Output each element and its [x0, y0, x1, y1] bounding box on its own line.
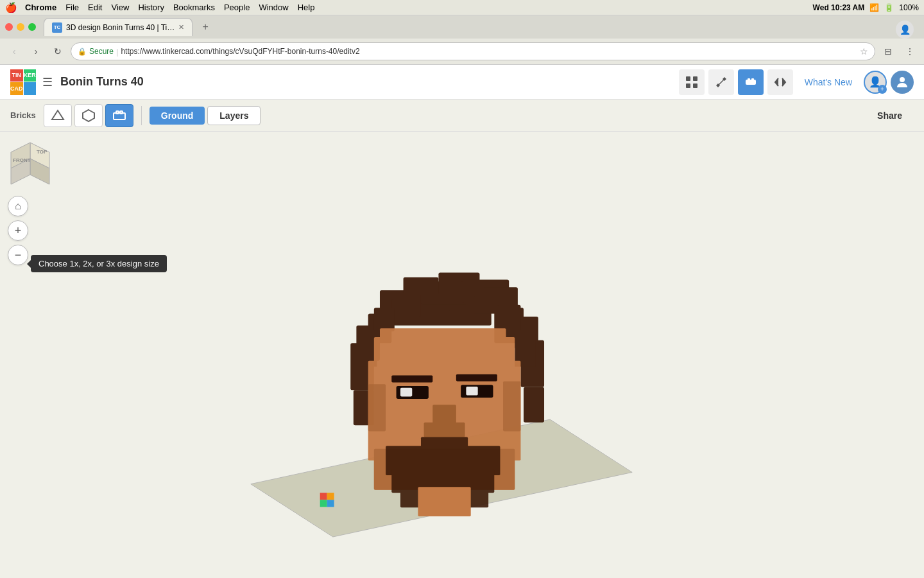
canvas-area[interactable]: TOP FRONT Choose 1x, 2x, or 3x design si… — [0, 132, 924, 578]
svg-rect-44 — [503, 381, 520, 432]
svg-rect-32 — [497, 305, 521, 331]
traffic-lights — [5, 23, 36, 31]
svg-point-7 — [900, 77, 905, 82]
secure-icon: 🔒 — [78, 48, 87, 56]
shape-btn-2[interactable] — [74, 104, 103, 127]
back-btn[interactable]: ‹ — [5, 42, 23, 60]
bookmark-icon[interactable]: ☆ — [860, 46, 868, 57]
svg-rect-57 — [418, 487, 470, 516]
tab-title: 3D design Bonin Turns 40 | Ti… — [66, 23, 175, 32]
toolbar-section-label: Bricks — [10, 110, 36, 120]
tab-close-btn[interactable]: ✕ — [178, 23, 184, 31]
design-title: Bonin Turns 40 — [60, 75, 144, 89]
svg-rect-60 — [320, 500, 327, 507]
tinkercad-logo[interactable]: TIN KER CAD — [10, 69, 36, 95]
logo-cad2 — [24, 82, 37, 95]
svg-rect-0 — [686, 76, 690, 81]
menu-view[interactable]: View — [111, 3, 129, 12]
user-profile-btn[interactable]: 👤 + — [864, 71, 887, 94]
browser-tab[interactable]: TC 3D design Bonin Turns 40 | Ti… ✕ — [44, 18, 193, 36]
shape-2-icon — [81, 108, 96, 123]
grid-view-btn[interactable] — [679, 69, 705, 95]
svg-rect-1 — [693, 76, 697, 81]
avatar-icon — [894, 74, 910, 90]
code-btn[interactable] — [767, 69, 793, 95]
new-tab-btn[interactable]: + — [195, 18, 216, 36]
wifi-icon: 📶 — [869, 3, 879, 12]
hamburger-menu-icon[interactable]: ☰ — [42, 75, 53, 89]
sidebar-toggle-btn[interactable]: ⊟ — [879, 42, 897, 60]
whats-new-btn[interactable]: What's New — [797, 73, 860, 91]
browser-profile-btn[interactable]: 👤 — [896, 21, 914, 39]
svg-rect-30 — [474, 296, 500, 313]
header-tools: What's New 👤 + — [679, 69, 914, 95]
url-text: https://www.tinkercad.com/things/cVsuQdF… — [121, 47, 857, 56]
svg-rect-45 — [391, 376, 432, 383]
secure-label: Secure — [89, 47, 114, 56]
menu-history[interactable]: History — [138, 3, 164, 12]
svg-rect-31 — [374, 308, 395, 331]
svg-rect-52 — [424, 423, 465, 437]
svg-rect-29 — [391, 299, 421, 317]
tools-icon — [715, 76, 728, 89]
svg-rect-59 — [327, 493, 334, 500]
3d-model-canvas — [0, 132, 924, 578]
nav-bar: ‹ › ↻ 🔒 Secure | https://www.tinkercad.c… — [0, 39, 924, 64]
minimize-window-btn[interactable] — [17, 23, 24, 31]
svg-rect-2 — [686, 83, 690, 88]
menu-people[interactable]: People — [224, 3, 250, 12]
app-header: TIN KER CAD ☰ Bonin Turns 40 — [0, 65, 924, 100]
svg-rect-46 — [456, 374, 497, 381]
close-window-btn[interactable] — [5, 23, 13, 31]
active-tool-btn[interactable] — [738, 69, 764, 95]
menu-bookmarks[interactable]: Bookmarks — [173, 3, 215, 12]
menu-help[interactable]: Help — [298, 3, 315, 12]
code-icon — [774, 76, 787, 89]
shape-btn-1[interactable] — [44, 104, 72, 127]
svg-rect-5 — [748, 78, 750, 80]
apple-menu[interactable]: 🍎 — [5, 2, 17, 13]
share-btn[interactable]: Share — [866, 107, 914, 125]
svg-rect-43 — [368, 384, 386, 431]
svg-rect-8 — [114, 113, 125, 119]
brick-icon — [744, 76, 757, 89]
svg-rect-4 — [746, 80, 756, 85]
menu-file[interactable]: File — [65, 3, 79, 12]
layers-btn[interactable]: Layers — [207, 106, 261, 125]
svg-rect-49 — [400, 388, 412, 397]
svg-rect-50 — [466, 387, 477, 396]
svg-rect-36 — [524, 387, 544, 423]
nav-bar-right: ⊟ ⋮ — [879, 42, 919, 60]
maximize-window-btn[interactable] — [28, 23, 36, 31]
user-avatar[interactable] — [891, 71, 914, 94]
svg-rect-23 — [404, 277, 439, 295]
menu-time: Wed 10:23 AM — [813, 3, 865, 12]
forward-btn[interactable]: › — [27, 42, 45, 60]
menu-bar-right: Wed 10:23 AM 📶 🔋 100% — [813, 3, 919, 12]
browser-menu-btn[interactable]: ⋮ — [901, 42, 919, 60]
svg-rect-3 — [693, 83, 697, 88]
tab-bar: TC 3D design Bonin Turns 40 | Ti… ✕ + 👤 — [0, 15, 924, 39]
logo-tin: TIN — [10, 69, 23, 82]
menu-edit[interactable]: Edit — [88, 3, 102, 12]
profile-add-icon: + — [878, 85, 887, 94]
refresh-btn[interactable]: ↻ — [49, 42, 67, 60]
address-bar[interactable]: 🔒 Secure | https://www.tinkercad.com/thi… — [71, 42, 875, 60]
browser-chrome: TC 3D design Bonin Turns 40 | Ti… ✕ + 👤 … — [0, 15, 924, 65]
shape-btn-3[interactable] — [105, 104, 133, 127]
svg-rect-41 — [380, 328, 506, 352]
mac-menu-bar: 🍎 Chrome File Edit View History Bookmark… — [0, 0, 924, 15]
menu-chrome[interactable]: Chrome — [25, 3, 56, 12]
svg-rect-61 — [327, 500, 334, 507]
grid-icon — [685, 76, 698, 89]
shape-1-icon — [50, 108, 65, 123]
battery-icon: 🔋 — [884, 3, 894, 12]
toolbar-divider — [141, 106, 142, 125]
menu-window[interactable]: Window — [259, 3, 288, 12]
toolbar: Bricks Ground Layers Share — [0, 100, 924, 132]
ground-btn[interactable]: Ground — [150, 107, 205, 125]
battery-percent: 100% — [899, 3, 919, 12]
tools-btn[interactable] — [708, 69, 734, 95]
address-divider: | — [116, 47, 118, 57]
logo-cad1: CAD — [10, 82, 23, 95]
